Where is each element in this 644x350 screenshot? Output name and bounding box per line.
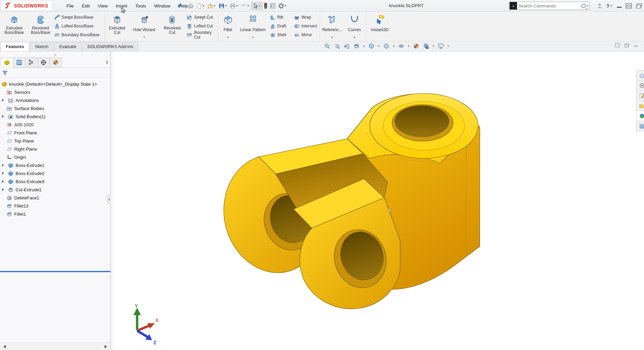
home-button[interactable] xyxy=(187,2,195,9)
extruded-cut-button[interactable]: ExtrudedCut xyxy=(105,12,129,41)
apply-scene-dropdown[interactable] xyxy=(432,46,434,48)
minimize-button[interactable] xyxy=(617,7,622,8)
rib-button[interactable]: Rib xyxy=(269,14,293,21)
hole-wizard-dropdown[interactable] xyxy=(143,37,145,39)
view-orientation-dropdown[interactable] xyxy=(378,46,380,48)
scroll-left-arrow[interactable] xyxy=(2,345,6,348)
viewport-canvas[interactable]: Y X Z xyxy=(111,51,644,350)
section-view-icon[interactable] xyxy=(353,42,360,50)
instant3d-button[interactable]: Instant3D xyxy=(366,12,394,41)
dimxpertmanager-tab[interactable] xyxy=(37,58,50,67)
tree-item-annotations[interactable]: AAnnotations xyxy=(0,96,110,104)
fillet-button[interactable]: Fillet xyxy=(218,12,237,41)
shell-button[interactable]: Shell xyxy=(269,31,293,39)
display-style-icon[interactable] xyxy=(383,42,390,50)
display-pane-button[interactable] xyxy=(269,2,277,9)
undo-button[interactable] xyxy=(240,2,251,9)
rollback-bar[interactable] xyxy=(0,271,110,272)
menu-window[interactable]: Window xyxy=(151,2,174,10)
revolved-cut-button[interactable]: RevolvedCut xyxy=(159,12,186,41)
tab-solidworks-add-ins[interactable]: SOLIDWORKS Add-Ins xyxy=(82,42,138,51)
view-orientation-icon[interactable] xyxy=(368,42,375,50)
open-button[interactable] xyxy=(207,2,217,9)
lofted-boss-base-button[interactable]: Lofted Boss/Base xyxy=(53,22,105,30)
revolved-boss-base-button[interactable]: RevolvedBoss/Base xyxy=(28,12,53,41)
tree-item-fillet13[interactable]: Fillet13 xyxy=(0,202,110,210)
tree-item-top-plane[interactable]: Top Plane xyxy=(0,137,110,145)
menu-edit[interactable]: Edit xyxy=(79,2,93,10)
tree-item-boss-extrude1[interactable]: Boss-Extrude1 xyxy=(0,161,110,169)
tree-item-solid-bodies[interactable]: Solid Bodies(1) xyxy=(0,112,110,121)
options-gear-button[interactable] xyxy=(277,2,288,9)
previous-view-icon[interactable] xyxy=(343,42,350,50)
doc-new-window-icon[interactable] xyxy=(624,43,629,47)
tree-item-front-plane[interactable]: Front Plane xyxy=(0,129,110,137)
apply-scene-icon[interactable] xyxy=(422,42,430,50)
hide-show-items-dropdown[interactable] xyxy=(408,46,410,48)
swept-boss-base-button[interactable]: Swept Boss/Base xyxy=(53,14,105,21)
tab-sketch[interactable]: Sketch xyxy=(30,42,53,51)
search-dropdown-caret[interactable] xyxy=(587,5,589,7)
tree-item-material[interactable]: AISI 1020 xyxy=(0,121,110,129)
help-button[interactable]: ? xyxy=(606,3,613,9)
boundary-boss-base-button[interactable]: Boundary Boss/Base xyxy=(53,31,105,39)
pin-icon[interactable] xyxy=(177,3,183,9)
taskpane-custom-properties-tab[interactable] xyxy=(636,121,644,131)
panel-collapse-tab[interactable] xyxy=(107,195,111,204)
curves-button[interactable]: Curves xyxy=(344,12,365,41)
view-settings-dropdown[interactable] xyxy=(447,46,449,48)
configurationmanager-tab[interactable] xyxy=(25,58,38,67)
save-button[interactable] xyxy=(218,2,228,9)
mirror-button[interactable]: Mirror xyxy=(293,31,320,39)
tree-item-sensors[interactable]: Sensors xyxy=(0,88,110,96)
hole-wizard-button[interactable]: Hole Wizard xyxy=(129,12,159,41)
linear-pattern-button[interactable]: Linear Pattern xyxy=(237,12,269,41)
tree-item-deleteface1[interactable]: DeleteFace1 xyxy=(0,194,110,202)
tab-evaluate[interactable]: Evaluate xyxy=(54,42,82,51)
lofted-cut-button[interactable]: Lofted Cut xyxy=(185,22,218,30)
select-tool-button[interactable] xyxy=(251,2,262,10)
curves-dropdown[interactable] xyxy=(353,37,356,39)
wrap-button[interactable]: Wrap xyxy=(293,14,320,21)
performance-lights-icon[interactable] xyxy=(263,2,268,9)
fillet-dropdown[interactable] xyxy=(227,37,229,39)
display-style-dropdown[interactable] xyxy=(393,46,395,48)
taskpane-resources-tab[interactable] xyxy=(636,80,644,91)
menu-tools[interactable]: Tools xyxy=(132,2,150,10)
cascade-windows-button[interactable] xyxy=(636,3,642,8)
tree-item-boss-extrude2[interactable]: Boss-Extrude2 xyxy=(0,169,110,177)
tree-item-cut-extrude1[interactable]: Cut-Extrude1 xyxy=(0,185,110,194)
zoom-to-fit-icon[interactable] xyxy=(323,42,331,50)
sign-in-icon[interactable] xyxy=(597,3,602,8)
search-icon[interactable] xyxy=(581,4,586,8)
print-button[interactable] xyxy=(229,2,239,9)
linear-pattern-dropdown[interactable] xyxy=(252,37,254,39)
edit-appearance-icon[interactable] xyxy=(412,42,420,50)
taskpane-file-explorer-tab[interactable] xyxy=(636,101,644,111)
tree-item-right-plane[interactable]: Right Plane xyxy=(0,145,110,153)
featuremanager-tab[interactable] xyxy=(1,58,13,67)
tree-item-boss-extrude3[interactable]: Boss-Extrude3 xyxy=(0,177,110,185)
panel-splitter-handle[interactable] xyxy=(54,54,56,56)
view-settings-icon[interactable] xyxy=(437,42,445,50)
section-view-dropdown[interactable] xyxy=(363,46,365,48)
hide-show-items-icon[interactable] xyxy=(398,42,405,50)
tree-root-knuckle[interactable]: knuckle (Default<<Default>_Display State… xyxy=(0,80,110,88)
tab-features[interactable]: Features xyxy=(1,42,29,51)
swept-cut-button[interactable]: Swept Cut xyxy=(185,14,218,21)
boundary-cut-button[interactable]: Boundary Cut xyxy=(185,31,218,39)
doc-restore-icon[interactable] xyxy=(615,43,620,47)
taskpane-design-library-tab[interactable] xyxy=(636,90,644,101)
taskpane-home-tab[interactable] xyxy=(636,70,644,81)
doc-minimize-icon[interactable] xyxy=(634,46,638,47)
extruded-boss-base-button[interactable]: ExtrudedBoss/Base xyxy=(0,12,28,41)
new-document-button[interactable] xyxy=(195,2,206,9)
scroll-right-arrow[interactable] xyxy=(105,345,109,348)
panel-horizontal-scrollbar[interactable] xyxy=(0,343,110,350)
tree-item-fillet1[interactable]: Fillet1 xyxy=(0,210,110,218)
filter-funnel-icon[interactable] xyxy=(2,70,8,76)
intersect-button[interactable]: Intersect xyxy=(293,22,320,30)
menu-view[interactable]: View xyxy=(94,2,111,10)
panel-flyout-chevron[interactable] xyxy=(105,59,108,65)
draft-button[interactable]: Draft xyxy=(269,22,293,30)
